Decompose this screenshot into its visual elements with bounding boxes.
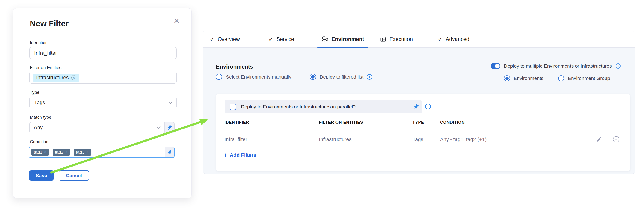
radio-icon[interactable] bbox=[504, 75, 510, 81]
type-label: Type bbox=[30, 90, 39, 95]
close-icon[interactable]: × bbox=[174, 16, 180, 26]
parallel-deploy-row: Deploy to Environments or Infrastructure… bbox=[224, 100, 422, 114]
tag-remove-icon[interactable]: × bbox=[44, 150, 46, 154]
radio-label: Select Environments manually bbox=[226, 74, 291, 80]
match-type-value-area[interactable]: Any bbox=[30, 122, 164, 133]
identifier-value: Infra_filter bbox=[34, 50, 57, 56]
tab-label: Service bbox=[276, 36, 294, 42]
modal-title: New Filter bbox=[30, 19, 68, 28]
tag-remove-icon[interactable]: × bbox=[65, 150, 68, 154]
tab-environment[interactable]: Environment bbox=[322, 31, 364, 48]
column-header: CONDITION bbox=[440, 120, 464, 125]
infrastructures-chip: Infrastructures × bbox=[33, 74, 79, 82]
pin-button[interactable] bbox=[165, 147, 174, 157]
condition-chips: tag1 × tag2 × tag3 × bbox=[29, 149, 165, 156]
environments-heading: Environments bbox=[216, 64, 253, 70]
info-icon[interactable]: i bbox=[367, 74, 372, 80]
tab-execution[interactable]: Execution bbox=[380, 31, 413, 48]
radio-label: Deploy to filtered list bbox=[320, 74, 364, 80]
identifier-input[interactable]: Infra_filter bbox=[30, 47, 177, 59]
check-icon: ✓ bbox=[438, 36, 442, 42]
identifier-label: Identifier bbox=[30, 40, 47, 45]
condition-input[interactable]: tag1 × tag2 × tag3 × bbox=[29, 146, 174, 158]
remove-icon[interactable]: − bbox=[613, 136, 619, 142]
chevron-down-icon bbox=[157, 125, 161, 129]
filter-on-entities-label: Filter on Entities bbox=[30, 65, 61, 70]
cell-type: Tags bbox=[412, 136, 423, 142]
edit-icon[interactable] bbox=[596, 136, 602, 143]
execution-icon bbox=[380, 36, 386, 42]
pin-icon bbox=[167, 150, 172, 155]
cell-filter-on-entities: Infrastructures bbox=[319, 136, 352, 142]
plus-icon: + bbox=[224, 152, 227, 158]
radio-environment-group[interactable]: Environment Group bbox=[558, 75, 610, 81]
deploy-multiple-toggle-group: Deploy to multiple Environments or Infra… bbox=[491, 63, 620, 69]
page: × New Filter Identifier Infra_filter Fil… bbox=[0, 0, 644, 208]
pin-icon bbox=[413, 104, 419, 110]
tab-label: Execution bbox=[389, 36, 413, 42]
match-type-value: Any bbox=[34, 124, 42, 131]
column-header: IDENTIFIER bbox=[224, 120, 249, 125]
tab-bar: ✓ Overview ✓ Service Environment bbox=[203, 31, 635, 48]
tag-remove-icon[interactable]: × bbox=[86, 150, 89, 154]
radio-environments[interactable]: Environments bbox=[504, 75, 543, 81]
chip-remove-icon[interactable]: × bbox=[71, 75, 76, 80]
filters-card: Deploy to Environments or Infrastructure… bbox=[216, 94, 630, 171]
tag-label: tag2 bbox=[55, 150, 64, 155]
match-type-label: Match type bbox=[30, 115, 52, 120]
check-icon: ✓ bbox=[210, 36, 214, 42]
new-filter-modal: × New Filter Identifier Infra_filter Fil… bbox=[13, 8, 192, 198]
filter-on-entities-input[interactable]: Infrastructures × bbox=[30, 72, 177, 84]
radio-icon[interactable] bbox=[216, 74, 222, 80]
radio-select-environments-manually[interactable]: Select Environments manually bbox=[216, 74, 291, 80]
cell-condition: Any - tag1, tag2 (+1) bbox=[440, 136, 486, 142]
tag-label: tag3 bbox=[76, 150, 84, 155]
toggle-label: Deploy to multiple Environments or Infra… bbox=[504, 63, 612, 69]
add-filters-button[interactable]: + Add Filters bbox=[224, 152, 256, 158]
deploy-multiple-toggle[interactable] bbox=[491, 63, 500, 69]
text-cursor bbox=[95, 149, 95, 156]
active-tab-indicator bbox=[317, 46, 368, 48]
condition-label: Condition bbox=[30, 139, 48, 144]
add-filters-label: Add Filters bbox=[230, 152, 256, 158]
radio-deploy-to-filtered-list[interactable]: Deploy to filtered list i bbox=[310, 74, 372, 80]
cell-identifier: Infra_filter bbox=[224, 136, 247, 142]
column-header: TYPE bbox=[412, 120, 424, 125]
match-type-select[interactable]: Any bbox=[30, 122, 174, 133]
pin-button[interactable] bbox=[410, 104, 422, 110]
tag-chip: tag1 × bbox=[32, 149, 49, 156]
check-icon: ✓ bbox=[268, 36, 274, 42]
type-select[interactable]: Tags bbox=[30, 97, 177, 108]
type-value: Tags bbox=[34, 100, 45, 106]
environment-icon bbox=[322, 36, 328, 43]
parallel-checkbox-label: Deploy to Environments or Infrastructure… bbox=[241, 104, 356, 110]
chevron-down-icon bbox=[168, 100, 172, 104]
radio-label: Environment Group bbox=[568, 76, 610, 81]
cancel-button[interactable]: Cancel bbox=[59, 170, 89, 181]
pin-button[interactable] bbox=[164, 122, 174, 133]
pin-icon bbox=[167, 125, 172, 131]
tab-label: Advanced bbox=[446, 36, 469, 42]
tab-label: Environment bbox=[332, 36, 364, 42]
radio-icon[interactable] bbox=[310, 74, 316, 80]
chip-label: Infrastructures bbox=[36, 74, 69, 80]
tab-overview[interactable]: ✓ Overview bbox=[210, 31, 240, 48]
tag-label: tag1 bbox=[34, 150, 42, 155]
tab-service[interactable]: ✓ Service bbox=[268, 31, 294, 48]
tag-chip: tag2 × bbox=[52, 149, 70, 156]
column-header: FILTER ON ENTITIES bbox=[319, 120, 363, 125]
stage-config-panel: ✓ Overview ✓ Service Environment bbox=[203, 31, 635, 174]
radio-icon[interactable] bbox=[558, 75, 564, 81]
parallel-checkbox[interactable] bbox=[230, 104, 236, 110]
info-icon[interactable]: i bbox=[616, 64, 620, 68]
save-button[interactable]: Save bbox=[29, 170, 54, 181]
tag-chip: tag3 × bbox=[74, 149, 91, 156]
radio-label: Environments bbox=[514, 76, 543, 81]
tab-label: Overview bbox=[218, 36, 240, 42]
info-icon[interactable]: i bbox=[425, 104, 431, 109]
tab-advanced[interactable]: ✓ Advanced bbox=[438, 31, 469, 48]
